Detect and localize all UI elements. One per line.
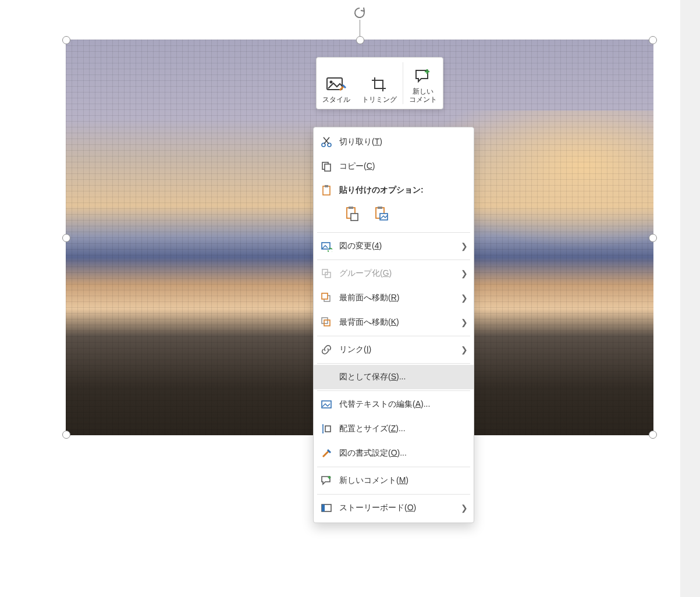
menu-bring-to-front[interactable]: 最前面へ移動(R) ❯	[314, 286, 474, 310]
menu-separator	[317, 363, 470, 364]
crop-button-label: トリミング	[362, 96, 397, 104]
svg-rect-22	[325, 426, 331, 432]
menu-save-as-picture-label: 図として保存(S)...	[339, 372, 467, 382]
menu-cut-label: 切り取り(T)	[339, 137, 467, 147]
menu-separator	[317, 232, 470, 233]
menu-send-to-back[interactable]: 最背面へ移動(K) ❯	[314, 310, 474, 335]
svg-rect-5	[325, 164, 331, 171]
send-to-back-icon	[321, 317, 339, 328]
menu-storyboard[interactable]: ストーリーボード(O) ❯	[314, 496, 474, 520]
resize-handle-bottom-left[interactable]	[62, 431, 70, 439]
change-picture-icon	[321, 240, 339, 252]
svg-rect-12	[378, 207, 382, 209]
rotate-handle-stem	[360, 20, 360, 36]
picture-style-icon	[326, 76, 346, 93]
crop-icon	[371, 76, 388, 93]
menu-separator	[317, 467, 470, 467]
svg-rect-18	[322, 293, 328, 299]
new-comment-menu-icon	[321, 475, 339, 486]
menu-send-to-back-label: 最背面へ移動(K)	[339, 317, 467, 328]
menu-size-and-position[interactable]: 配置とサイズ(Z)...	[314, 417, 474, 441]
menu-paste-header-label: 貼り付けのオプション:	[339, 185, 424, 196]
menu-new-comment[interactable]: 新しいコメント(M)	[314, 468, 474, 493]
svg-rect-9	[349, 207, 353, 209]
submenu-chevron-icon: ❯	[461, 269, 468, 278]
menu-group: グループ化(G) ❯	[314, 261, 474, 286]
alt-text-icon	[321, 399, 339, 410]
submenu-chevron-icon: ❯	[461, 503, 468, 513]
size-position-icon	[321, 423, 339, 435]
new-comment-icon	[414, 68, 432, 84]
svg-rect-6	[323, 186, 330, 195]
cut-icon	[321, 136, 339, 148]
menu-link-label: リンク(I)	[339, 344, 467, 355]
svg-point-1	[330, 81, 333, 84]
resize-handle-middle-right[interactable]	[649, 234, 657, 242]
svg-rect-7	[325, 185, 328, 187]
svg-rect-19	[322, 318, 328, 324]
format-picture-icon	[321, 447, 339, 459]
menu-paste-header: 貼り付けのオプション:	[314, 179, 474, 201]
menu-cut[interactable]: 切り取り(T)	[314, 130, 474, 154]
menu-group-label: グループ化(G)	[339, 268, 467, 279]
resize-handle-top-right[interactable]	[649, 36, 657, 44]
new-comment-button[interactable]: 新しい コメント	[403, 58, 443, 109]
style-button-label: スタイル	[322, 96, 350, 104]
menu-storyboard-label: ストーリーボード(O)	[339, 503, 467, 513]
submenu-chevron-icon: ❯	[461, 345, 468, 354]
new-comment-button-label: 新しい コメント	[409, 88, 437, 104]
paste-option-picture[interactable]	[371, 203, 392, 224]
resize-handle-top-center[interactable]	[356, 36, 364, 44]
style-button[interactable]: スタイル	[317, 58, 356, 109]
svg-rect-10	[351, 214, 358, 221]
submenu-chevron-icon: ❯	[461, 293, 468, 303]
rotate-handle[interactable]	[353, 6, 367, 20]
storyboard-icon	[321, 502, 339, 514]
menu-edit-alt-text-label: 代替テキストの編集(A)...	[339, 399, 467, 410]
menu-separator	[317, 260, 470, 260]
menu-separator	[317, 494, 470, 495]
menu-copy-label: コピー(C)	[339, 161, 467, 172]
menu-edit-alt-text[interactable]: 代替テキストの編集(A)...	[314, 392, 474, 417]
svg-rect-24	[322, 504, 325, 511]
submenu-chevron-icon: ❯	[461, 318, 468, 327]
copy-icon	[321, 161, 339, 172]
menu-change-picture-label: 図の変更(4)	[339, 241, 467, 251]
bring-to-front-icon	[321, 292, 339, 304]
menu-size-and-position-label: 配置とサイズ(Z)...	[339, 424, 467, 434]
resize-handle-bottom-right[interactable]	[649, 431, 657, 439]
menu-format-picture-label: 図の書式設定(O)...	[339, 448, 467, 459]
menu-new-comment-label: 新しいコメント(M)	[339, 475, 467, 486]
picture-mini-toolbar: スタイル トリミング 新しい コメント	[316, 57, 443, 109]
crop-button[interactable]: トリミング	[356, 58, 403, 109]
menu-save-as-picture[interactable]: 図として保存(S)...	[314, 365, 474, 389]
paste-option-keep-source[interactable]	[342, 203, 363, 224]
context-menu: 切り取り(T) コピー(C) 貼り付けのオプション:	[313, 127, 474, 523]
menu-separator	[317, 390, 470, 391]
paste-options-row	[314, 201, 474, 231]
submenu-chevron-icon: ❯	[461, 241, 468, 251]
paste-icon	[321, 184, 339, 196]
menu-bring-to-front-label: 最前面へ移動(R)	[339, 293, 467, 303]
resize-handle-top-left[interactable]	[62, 36, 70, 44]
group-icon	[321, 268, 339, 279]
vertical-scrollbar-gutter[interactable]	[680, 0, 700, 597]
menu-copy[interactable]: コピー(C)	[314, 154, 474, 179]
menu-change-picture[interactable]: 図の変更(4) ❯	[314, 234, 474, 258]
menu-separator	[317, 336, 470, 336]
menu-format-picture[interactable]: 図の書式設定(O)...	[314, 441, 474, 465]
resize-handle-middle-left[interactable]	[62, 234, 70, 242]
menu-link[interactable]: リンク(I) ❯	[314, 337, 474, 362]
editor-canvas[interactable]: スタイル トリミング 新しい コメント	[0, 0, 700, 597]
link-icon	[321, 344, 339, 356]
